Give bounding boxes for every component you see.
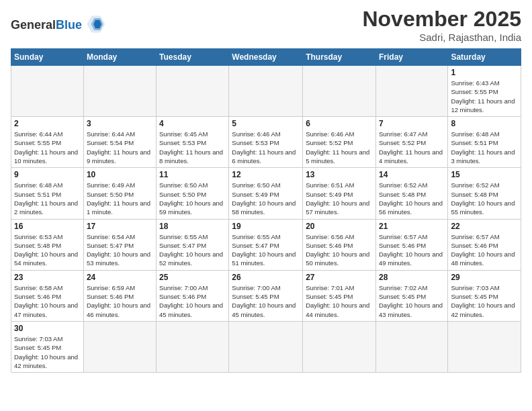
calendar-cell: 24Sunrise: 6:59 AM Sunset: 5:46 PM Dayli… (83, 270, 156, 321)
day-info: Sunrise: 6:44 AM Sunset: 5:55 PM Dayligh… (14, 130, 81, 165)
day-info: Sunrise: 6:52 AM Sunset: 5:48 PM Dayligh… (379, 181, 445, 216)
calendar-cell (375, 66, 447, 117)
day-number: 7 (379, 119, 445, 128)
day-info: Sunrise: 6:56 AM Sunset: 5:46 PM Dayligh… (306, 232, 373, 268)
calendar-body: 1Sunrise: 6:43 AM Sunset: 5:55 PM Daylig… (11, 66, 521, 373)
day-header-monday: Monday (83, 49, 156, 66)
calendar-cell: 3Sunrise: 6:44 AM Sunset: 5:54 PM Daylig… (83, 117, 156, 168)
day-header-thursday: Thursday (303, 49, 376, 66)
calendar-cell: 9Sunrise: 6:48 AM Sunset: 5:51 PM Daylig… (11, 168, 84, 219)
calendar-cell: 14Sunrise: 6:52 AM Sunset: 5:48 PM Dayli… (375, 168, 447, 219)
calendar-cell: 26Sunrise: 7:00 AM Sunset: 5:45 PM Dayli… (229, 270, 303, 321)
calendar-cell: 5Sunrise: 6:46 AM Sunset: 5:53 PM Daylig… (229, 117, 303, 168)
calendar-cell (11, 66, 84, 117)
calendar-cell: 15Sunrise: 6:52 AM Sunset: 5:48 PM Dayli… (448, 168, 521, 219)
calendar-table: SundayMondayTuesdayWednesdayThursdayFrid… (11, 48, 521, 373)
day-number: 3 (87, 119, 153, 128)
calendar-cell (448, 321, 521, 372)
calendar-cell (157, 321, 229, 372)
day-number: 15 (451, 170, 518, 179)
calendar-cell (157, 66, 229, 117)
calendar-cell (303, 66, 376, 117)
day-info: Sunrise: 6:44 AM Sunset: 5:54 PM Dayligh… (87, 130, 153, 165)
day-info: Sunrise: 6:52 AM Sunset: 5:48 PM Dayligh… (451, 181, 518, 216)
calendar-cell: 1Sunrise: 6:43 AM Sunset: 5:55 PM Daylig… (448, 66, 521, 117)
day-number: 24 (87, 273, 153, 282)
day-info: Sunrise: 7:03 AM Sunset: 5:45 PM Dayligh… (451, 283, 518, 319)
day-info: Sunrise: 6:51 AM Sunset: 5:49 PM Dayligh… (306, 181, 373, 216)
calendar-cell: 27Sunrise: 7:01 AM Sunset: 5:45 PM Dayli… (303, 270, 376, 321)
day-number: 22 (451, 222, 518, 231)
calendar-cell: 19Sunrise: 6:55 AM Sunset: 5:47 PM Dayli… (229, 219, 303, 270)
day-info: Sunrise: 7:01 AM Sunset: 5:45 PM Dayligh… (306, 283, 373, 319)
day-header-saturday: Saturday (448, 49, 521, 66)
day-number: 10 (87, 170, 153, 179)
calendar-week-row: 9Sunrise: 6:48 AM Sunset: 5:51 PM Daylig… (11, 168, 521, 219)
calendar-cell (375, 321, 447, 372)
calendar-week-row: 30Sunrise: 7:03 AM Sunset: 5:45 PM Dayli… (11, 321, 521, 372)
calendar-cell: 30Sunrise: 7:03 AM Sunset: 5:45 PM Dayli… (11, 321, 84, 372)
calendar-cell (83, 321, 156, 372)
day-info: Sunrise: 7:00 AM Sunset: 5:45 PM Dayligh… (232, 283, 300, 319)
calendar-cell: 28Sunrise: 7:02 AM Sunset: 5:45 PM Dayli… (375, 270, 447, 321)
day-number: 30 (14, 324, 81, 333)
logo: GeneralBlue (11, 12, 107, 36)
calendar-cell: 29Sunrise: 7:03 AM Sunset: 5:45 PM Dayli… (448, 270, 521, 321)
calendar-cell: 6Sunrise: 6:46 AM Sunset: 5:52 PM Daylig… (303, 117, 376, 168)
day-number: 17 (87, 222, 153, 231)
day-info: Sunrise: 7:03 AM Sunset: 5:45 PM Dayligh… (14, 334, 81, 370)
calendar-cell: 23Sunrise: 6:58 AM Sunset: 5:46 PM Dayli… (11, 270, 84, 321)
day-number: 12 (232, 170, 300, 179)
day-info: Sunrise: 6:54 AM Sunset: 5:47 PM Dayligh… (87, 232, 153, 268)
day-info: Sunrise: 6:43 AM Sunset: 5:55 PM Dayligh… (451, 79, 518, 114)
day-number: 19 (232, 222, 300, 231)
day-header-wednesday: Wednesday (229, 49, 303, 66)
day-number: 27 (306, 273, 373, 282)
day-number: 5 (232, 119, 300, 128)
day-number: 6 (306, 119, 373, 128)
day-number: 28 (379, 273, 445, 282)
day-info: Sunrise: 6:55 AM Sunset: 5:47 PM Dayligh… (232, 232, 300, 268)
day-info: Sunrise: 6:48 AM Sunset: 5:51 PM Dayligh… (14, 181, 81, 216)
calendar-cell: 4Sunrise: 6:45 AM Sunset: 5:53 PM Daylig… (157, 117, 229, 168)
logo-blue: Blue (56, 18, 82, 32)
calendar-cell: 18Sunrise: 6:55 AM Sunset: 5:47 PM Dayli… (157, 219, 229, 270)
day-header-sunday: Sunday (11, 49, 84, 66)
day-number: 25 (159, 273, 226, 282)
day-number: 1 (451, 68, 518, 77)
calendar-week-row: 23Sunrise: 6:58 AM Sunset: 5:46 PM Dayli… (11, 270, 521, 321)
calendar-cell: 17Sunrise: 6:54 AM Sunset: 5:47 PM Dayli… (83, 219, 156, 270)
day-number: 23 (14, 273, 81, 282)
calendar-cell: 2Sunrise: 6:44 AM Sunset: 5:55 PM Daylig… (11, 117, 84, 168)
day-number: 9 (14, 170, 81, 179)
location: Sadri, Rajasthan, India (362, 32, 521, 43)
day-info: Sunrise: 6:45 AM Sunset: 5:53 PM Dayligh… (159, 130, 226, 165)
header: GeneralBlue November 2025 Sadri, Rajasth… (11, 7, 521, 43)
calendar-cell: 22Sunrise: 6:57 AM Sunset: 5:46 PM Dayli… (448, 219, 521, 270)
day-number: 20 (306, 222, 373, 231)
calendar-header-row: SundayMondayTuesdayWednesdayThursdayFrid… (11, 49, 521, 66)
day-info: Sunrise: 6:55 AM Sunset: 5:47 PM Dayligh… (159, 232, 226, 268)
day-header-tuesday: Tuesday (157, 49, 229, 66)
calendar-cell (303, 321, 376, 372)
calendar-cell: 12Sunrise: 6:50 AM Sunset: 5:49 PM Dayli… (229, 168, 303, 219)
day-info: Sunrise: 6:47 AM Sunset: 5:52 PM Dayligh… (379, 130, 445, 165)
day-info: Sunrise: 6:59 AM Sunset: 5:46 PM Dayligh… (87, 283, 153, 319)
day-number: 14 (379, 170, 445, 179)
day-number: 2 (14, 119, 81, 128)
day-info: Sunrise: 6:48 AM Sunset: 5:51 PM Dayligh… (451, 130, 518, 165)
calendar-cell: 16Sunrise: 6:53 AM Sunset: 5:48 PM Dayli… (11, 219, 84, 270)
day-info: Sunrise: 6:57 AM Sunset: 5:46 PM Dayligh… (379, 232, 445, 268)
day-number: 11 (159, 170, 226, 179)
day-number: 26 (232, 273, 300, 282)
day-info: Sunrise: 6:50 AM Sunset: 5:50 PM Dayligh… (159, 181, 226, 216)
calendar-cell: 21Sunrise: 6:57 AM Sunset: 5:46 PM Dayli… (375, 219, 447, 270)
day-info: Sunrise: 7:02 AM Sunset: 5:45 PM Dayligh… (379, 283, 445, 319)
calendar-week-row: 1Sunrise: 6:43 AM Sunset: 5:55 PM Daylig… (11, 66, 521, 117)
day-info: Sunrise: 7:00 AM Sunset: 5:46 PM Dayligh… (159, 283, 226, 319)
day-number: 16 (14, 222, 81, 231)
page: GeneralBlue November 2025 Sadri, Rajasth… (0, 0, 532, 383)
calendar-week-row: 2Sunrise: 6:44 AM Sunset: 5:55 PM Daylig… (11, 117, 521, 168)
day-info: Sunrise: 6:53 AM Sunset: 5:48 PM Dayligh… (14, 232, 81, 268)
calendar-cell: 10Sunrise: 6:49 AM Sunset: 5:50 PM Dayli… (83, 168, 156, 219)
